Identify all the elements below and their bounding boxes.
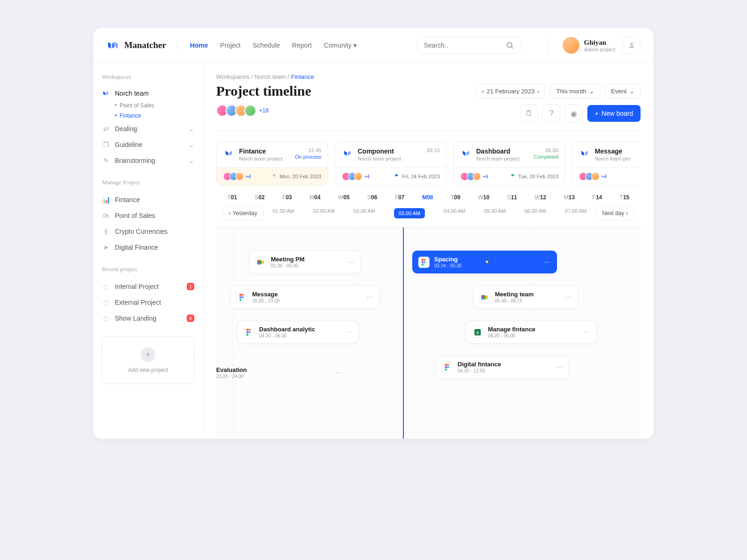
- chevron-right-icon: ›: [626, 210, 628, 217]
- manage-crypto[interactable]: ₿Crypto Currencies: [102, 224, 194, 239]
- event-more-button[interactable]: ⋯: [556, 364, 563, 371]
- project-members[interactable]: +4: [223, 172, 251, 181]
- day-cell[interactable]: F14: [592, 194, 602, 201]
- day-cell[interactable]: W10: [478, 194, 490, 201]
- event-select[interactable]: Event⌄: [605, 84, 641, 98]
- project-card[interactable]: Fintance Norch team project 12.45 On pro…: [216, 141, 328, 186]
- project-status: On process: [295, 154, 321, 160]
- project-members[interactable]: +4: [579, 172, 606, 181]
- event-more-button[interactable]: ⋯: [544, 259, 551, 266]
- event-more-button[interactable]: ⋯: [345, 329, 352, 336]
- day-cell[interactable]: M13: [564, 194, 575, 201]
- user-name: Ghiyan: [584, 39, 615, 47]
- day-cell[interactable]: T09: [451, 194, 460, 201]
- project-sub: Norch team project: [239, 156, 290, 161]
- hour-cell[interactable]: 02.00 AM: [313, 208, 335, 218]
- project-card[interactable]: Message Norch team pro +4: [572, 141, 641, 186]
- chevron-right-icon: ›: [537, 88, 539, 95]
- hour-cell[interactable]: 01.00 AM: [273, 208, 294, 218]
- project-card[interactable]: Component Norch team project 03.15 +4 Fr…: [335, 141, 447, 186]
- hour-cell[interactable]: 03.00 AM: [394, 208, 425, 218]
- add-project-button[interactable]: + Add new project: [102, 336, 194, 384]
- timeline-event[interactable]: Meeting PM 01.00 - 05.00 ⋯: [249, 251, 361, 273]
- logo-icon: [106, 39, 120, 52]
- workspace-brainstorming[interactable]: ✎Brainstorming⌄: [102, 153, 194, 168]
- prev-day-button[interactable]: ‹Yesterday: [223, 206, 263, 220]
- timeline-event[interactable]: Message 16.55 - 23.30 ⋯: [230, 286, 380, 308]
- hour-cell[interactable]: 04.00 AM: [444, 208, 465, 218]
- hour-cell[interactable]: 05.00 AM: [484, 208, 506, 218]
- workspace-norch[interactable]: Norch team: [102, 86, 194, 100]
- event-more-button[interactable]: ⋯: [335, 369, 342, 377]
- note-icon: ✎: [102, 156, 110, 165]
- manage-digital[interactable]: ➤Digital Finance: [102, 239, 194, 255]
- notes-button[interactable]: 🗒: [520, 105, 538, 122]
- project-icon: [342, 147, 353, 159]
- workspace-guideline[interactable]: ❒Guideline⌄: [102, 137, 194, 153]
- help-button[interactable]: ?: [543, 105, 560, 122]
- svg-point-26: [445, 364, 447, 366]
- nav-report[interactable]: Report: [292, 42, 312, 49]
- day-cell[interactable]: M08: [422, 194, 433, 201]
- nav-home[interactable]: Home: [190, 42, 208, 49]
- svg-point-23: [247, 334, 249, 336]
- timeline-event[interactable]: X Manage fintance 04.20 - 06.00 ⋯: [466, 321, 597, 343]
- day-cell[interactable]: S11: [507, 194, 517, 201]
- project-members[interactable]: +4: [342, 172, 369, 181]
- event-more-button[interactable]: ⋯: [348, 259, 355, 266]
- day-cell[interactable]: T15: [620, 194, 629, 201]
- nav-project[interactable]: Project: [220, 42, 241, 49]
- target-icon: ◌: [102, 298, 110, 307]
- timeline-event[interactable]: Digital fintance 04.20 - 12.00 ⋯: [436, 356, 569, 378]
- event-more-button[interactable]: ⋯: [565, 294, 572, 301]
- svg-point-13: [240, 296, 242, 298]
- day-cell[interactable]: M04: [310, 194, 320, 201]
- search-box[interactable]: [417, 36, 521, 54]
- search-input[interactable]: [424, 42, 506, 49]
- event-more-button[interactable]: ⋯: [366, 294, 374, 301]
- hour-cell[interactable]: 06.00 AM: [524, 208, 546, 218]
- figma-icon: [442, 362, 453, 373]
- range-select[interactable]: This month⌄: [550, 84, 600, 98]
- date-picker[interactable]: ‹21 February 2023›: [476, 84, 545, 98]
- new-board-button[interactable]: +New board: [587, 105, 641, 122]
- manage-pos[interactable]: 🛍Point of Sales: [102, 208, 194, 224]
- day-cell[interactable]: S02: [254, 194, 264, 201]
- svg-point-21: [247, 331, 249, 333]
- day-cell[interactable]: W05: [338, 194, 350, 201]
- event-more-button[interactable]: ⋯: [584, 329, 591, 336]
- timeline-event[interactable]: Dashboard analytic 04.20 - 06.00 ⋯: [237, 321, 359, 343]
- recent-show-landing[interactable]: ◌Show Landing8: [102, 310, 194, 326]
- day-cell[interactable]: W12: [535, 194, 546, 201]
- user-menu[interactable]: Ghiyan Admin project: [563, 37, 615, 54]
- members-list[interactable]: +18: [216, 105, 268, 117]
- workspace-sub-fintance[interactable]: Fintance: [115, 111, 194, 121]
- timeline-event[interactable]: Evaluation 23.20 - 24.00 ⋯: [216, 363, 342, 383]
- profile-button[interactable]: [623, 36, 641, 54]
- figma-icon: [236, 292, 247, 303]
- day-cell[interactable]: F03: [282, 194, 292, 201]
- hour-cell[interactable]: 07.00 AM: [565, 208, 586, 218]
- chevron-down-icon: ▾: [353, 42, 357, 49]
- day-cell[interactable]: S06: [367, 194, 377, 201]
- recent-internal[interactable]: ◌Internal Project1: [102, 279, 194, 294]
- nav-schedule[interactable]: Schedule: [253, 42, 280, 49]
- next-day-button[interactable]: Next day›: [596, 206, 634, 220]
- project-name: Dashboard: [476, 147, 529, 155]
- day-cell[interactable]: F07: [395, 194, 405, 201]
- chart-icon: 📊: [102, 196, 110, 204]
- timeline-event[interactable]: Meeting team 05.40 - 06.15 ⋯: [473, 286, 578, 308]
- workspace-dealing[interactable]: ⇄Dealing⌄: [102, 121, 194, 137]
- members-more[interactable]: +18: [259, 107, 268, 114]
- record-button[interactable]: ◉: [565, 105, 583, 122]
- project-card[interactable]: Dashboard Norch team project 05.00 Compl…: [453, 141, 565, 186]
- nav-community[interactable]: Comunity▾: [324, 42, 357, 49]
- hour-cell[interactable]: 03.00 AM: [353, 208, 375, 218]
- manage-fintance[interactable]: 📊Fintance: [102, 192, 194, 208]
- figma-icon: [418, 257, 430, 268]
- day-cell[interactable]: T01: [227, 194, 237, 201]
- recent-external[interactable]: ◌External Project: [102, 294, 194, 310]
- project-members[interactable]: +4: [460, 172, 488, 181]
- logo[interactable]: Manatcher: [106, 39, 177, 52]
- workspace-sub-pos[interactable]: Point of Sales: [115, 100, 194, 111]
